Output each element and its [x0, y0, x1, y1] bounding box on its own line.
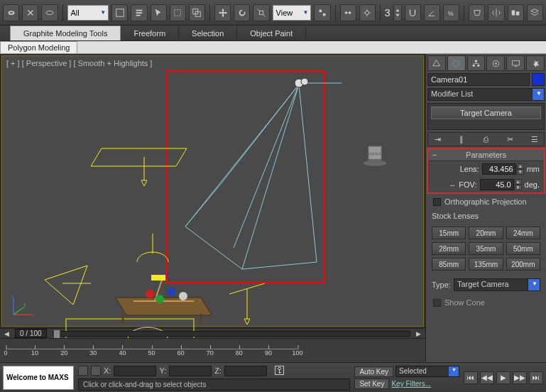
mirror-icon[interactable]	[488, 4, 504, 21]
lens-spin-up[interactable]: ▲	[517, 163, 524, 169]
fov-dir-icon[interactable]: ↔	[449, 181, 456, 189]
svg-rect-6	[323, 13, 326, 16]
stock-lenses-grid: 15mm 20mm 24mm 28mm 35mm 50mm 85mm 135mm…	[427, 224, 545, 273]
percent-snap-icon[interactable]: %	[443, 4, 459, 21]
fov-input[interactable]	[480, 179, 514, 190]
axis-gizmo: x z y	[8, 292, 36, 320]
svg-line-17	[299, 85, 317, 262]
fov-spin-up[interactable]: ▲	[515, 179, 522, 185]
layers-icon[interactable]	[527, 4, 543, 21]
key-target-dropdown[interactable]: Selected	[395, 366, 459, 377]
object-color-swatch[interactable]	[532, 73, 545, 86]
window-crossing-icon[interactable]	[189, 4, 205, 21]
bind-icon[interactable]	[41, 4, 58, 21]
scale-icon[interactable]	[253, 4, 269, 21]
goto-end-icon[interactable]: ⏭	[529, 371, 543, 384]
tab-display-icon[interactable]	[506, 55, 525, 71]
rollout-header-parameters[interactable]: − Parameters	[428, 149, 544, 161]
next-frame-icon[interactable]: ▶▶	[513, 371, 527, 384]
x-field[interactable]	[114, 366, 156, 376]
tab-modify-icon[interactable]	[447, 55, 466, 71]
type-label: Type:	[432, 281, 451, 289]
lens-85mm[interactable]: 85mm	[432, 258, 466, 271]
viewport-label[interactable]: [ + ] [ Perspective ] [ Smooth + Highlig…	[6, 59, 152, 67]
modifier-stack[interactable]: Target Camera	[427, 103, 545, 130]
remove-mod-icon[interactable]: ✂	[506, 134, 515, 144]
show-end-icon[interactable]: ∥	[457, 134, 466, 144]
timeline[interactable]: 0 10 20 30 40 50 60 70 80 90 100	[0, 338, 425, 362]
pin-stack-icon[interactable]: ⇥	[432, 134, 442, 144]
maxscript-listener[interactable]: Welcome to MAXS	[3, 366, 74, 390]
camera-type-dropdown[interactable]: Target Camera	[454, 278, 540, 291]
keyfilters-link[interactable]: Key Filters...	[391, 380, 431, 388]
manipulate-icon[interactable]	[340, 4, 356, 21]
angle-snap-icon[interactable]	[424, 4, 440, 21]
named-sel-icon[interactable]	[469, 4, 485, 21]
tab-label: Freeform	[133, 29, 165, 38]
align-icon[interactable]	[508, 4, 524, 21]
svg-marker-36	[244, 319, 250, 325]
modifier-list-dropdown[interactable]: Modifier List	[427, 88, 545, 101]
svg-marker-29	[45, 266, 87, 305]
collapse-icon[interactable]: −	[432, 151, 437, 159]
lens-28mm[interactable]: 28mm	[432, 242, 466, 255]
viewport-perspective[interactable]: [ + ] [ Perspective ] [ Smooth + Highlig…	[1, 55, 424, 327]
rotate-icon[interactable]	[234, 4, 250, 21]
show-cone-checkbox[interactable]	[433, 299, 441, 307]
tab-create-icon[interactable]	[427, 55, 446, 71]
lens-24mm[interactable]: 24mm	[506, 227, 540, 239]
ribbon-tab-graphite[interactable]: Graphite Modeling Tools	[10, 26, 121, 40]
lens-15mm[interactable]: 15mm	[432, 227, 466, 239]
z-field[interactable]	[224, 366, 267, 376]
lens-35mm[interactable]: 35mm	[469, 242, 503, 255]
lens-spin-down[interactable]: ▼	[517, 169, 524, 175]
tab-utilities-icon[interactable]	[526, 55, 545, 71]
pivot-icon[interactable]	[314, 4, 330, 21]
fov-spin-down[interactable]: ▼	[515, 185, 522, 190]
tab-hierarchy-icon[interactable]	[467, 55, 486, 71]
stack-item-target-camera[interactable]: Target Camera	[431, 107, 541, 119]
key-big-icon[interactable]: ⚿	[274, 364, 285, 377]
lens-135mm[interactable]: 135mm	[469, 258, 503, 271]
marquee-icon[interactable]	[170, 4, 186, 21]
tick: 20	[60, 349, 67, 356]
unlink-icon[interactable]	[22, 4, 38, 21]
viewcube[interactable]: FRONT	[362, 141, 388, 167]
y-field[interactable]	[169, 366, 212, 376]
tab-motion-icon[interactable]	[486, 55, 505, 71]
snap-icon[interactable]	[405, 4, 421, 21]
object-name-field[interactable]: Camera01	[427, 73, 530, 86]
ortho-checkbox[interactable]	[433, 198, 441, 206]
lock-selection-icon[interactable]	[78, 366, 88, 376]
lens-50mm[interactable]: 50mm	[506, 242, 540, 255]
goto-start-icon[interactable]: ⏮	[464, 371, 478, 384]
lens-200mm[interactable]: 200mm	[506, 258, 540, 271]
select-name-icon[interactable]	[131, 4, 147, 21]
ribbon-tab-selection[interactable]: Selection	[179, 26, 237, 40]
svg-rect-12	[516, 11, 519, 15]
unique-icon[interactable]: ⎙	[481, 134, 491, 144]
modifier-list-label: Modifier List	[431, 89, 473, 98]
autokey-button[interactable]: Auto Key	[354, 366, 393, 377]
ref-coord-dropdown[interactable]: View	[273, 5, 312, 21]
lens-20mm[interactable]: 20mm	[469, 227, 503, 239]
key-lock-icon[interactable]	[91, 366, 101, 376]
move-icon[interactable]	[214, 4, 231, 21]
time-slider[interactable]	[53, 331, 410, 337]
link-icon[interactable]	[3, 4, 19, 21]
select-icon[interactable]	[111, 4, 128, 21]
fov-label: FOV:	[459, 180, 476, 189]
selection-filter-dropdown[interactable]: All	[67, 5, 109, 21]
setkey-button[interactable]: Set Key	[354, 379, 389, 389]
keymode-icon[interactable]	[359, 4, 376, 21]
cursor-icon[interactable]	[151, 4, 167, 21]
lens-input[interactable]	[482, 163, 516, 175]
ribbon-tab-freeform[interactable]: Freeform	[121, 26, 179, 40]
play-icon[interactable]: ▶	[496, 371, 510, 384]
configure-icon[interactable]: ☰	[530, 134, 540, 144]
ribbon-tab-object-paint[interactable]: Object Paint	[237, 26, 306, 40]
spinner-arrows-icon[interactable]	[393, 4, 402, 21]
tick: 90	[265, 349, 272, 356]
prev-frame-icon[interactable]: ◀◀	[480, 371, 494, 384]
subtab-polygon-modeling[interactable]: Polygon Modeling	[0, 41, 77, 54]
